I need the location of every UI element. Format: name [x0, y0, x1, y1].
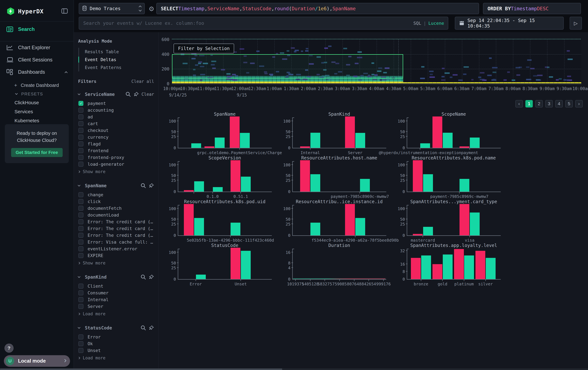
filter-group-header[interactable]: StatusCode [78, 325, 154, 330]
sql-mode-button[interactable]: SQL [413, 21, 421, 26]
checkbox[interactable] [78, 341, 84, 346]
checkbox[interactable] [78, 219, 84, 224]
next-page-button[interactable]: › [575, 100, 583, 108]
create-dashboard-button[interactable]: + Create Dashboard [0, 81, 74, 90]
gear-icon[interactable]: ⚙ [149, 5, 154, 12]
sidebar-item-chart-explorer[interactable]: Chart Explorer [0, 41, 74, 54]
filter-checkbox-item[interactable]: cart [78, 120, 154, 127]
filter-checkbox-item[interactable]: Consumer [78, 290, 154, 296]
checkbox[interactable] [78, 192, 84, 197]
chart-plot[interactable]: 02550100payment-7985c8969c-mwmw7 [292, 161, 386, 192]
checkbox[interactable] [78, 233, 84, 238]
checkbox[interactable] [78, 162, 84, 167]
select-query-input[interactable]: SELECT Timestamp, ServiceName, StatusCod… [156, 3, 479, 14]
heatmap-plot[interactable]: Filter by Selection 6004002000 10:00pm10… [172, 40, 581, 84]
filter-group-header[interactable]: ServiceName Clear [78, 91, 154, 97]
search-icon[interactable] [141, 274, 146, 280]
checkbox[interactable] [78, 206, 84, 211]
filter-checkbox-item[interactable]: currency [78, 134, 154, 140]
selection-rectangle[interactable] [172, 54, 403, 79]
preset-services[interactable]: Services [0, 107, 74, 116]
page-button-4[interactable]: 4 [555, 100, 563, 108]
source-select[interactable]: Demo Traces [79, 3, 145, 14]
filter-checkbox-item[interactable]: Client [78, 283, 154, 290]
filter-checkbox-item[interactable]: load-generator [78, 161, 154, 168]
sidebar-collapse-icon[interactable] [61, 8, 68, 14]
checkbox[interactable] [78, 226, 84, 231]
chart-plot[interactable]: 02550100grpc.oteldemo.PaymentService/Cha… [178, 117, 272, 148]
page-button-1[interactable]: 1 [525, 100, 533, 108]
filter-checkbox-item[interactable]: frontend-proxy [78, 154, 154, 161]
filter-checkbox-item[interactable]: documentLoad [78, 211, 154, 218]
checkbox[interactable] [78, 108, 84, 113]
mode-event-deltas[interactable]: Event Deltas [79, 56, 154, 64]
checkbox[interactable] [78, 121, 84, 126]
filter-checkbox-item[interactable]: change [78, 191, 154, 198]
chart-plot[interactable]: 02550100mastercardvisa [407, 205, 501, 236]
pin-icon[interactable] [149, 183, 154, 188]
filter-checkbox-item[interactable]: Internal [78, 296, 154, 303]
clear-group-button[interactable]: Clear [142, 92, 154, 97]
lucene-mode-button[interactable]: Lucene [428, 21, 444, 26]
show-more-button[interactable]: Load more [78, 310, 154, 317]
filter-checkbox-item[interactable]: Error: The credit card (… [78, 232, 154, 239]
page-button-5[interactable]: 5 [565, 100, 573, 108]
chart-plot[interactable]: 025501005e02b5fb-13ae-4296-bbbc-111f423c… [178, 205, 272, 236]
filter-by-selection-button[interactable]: Filter by Selection [174, 44, 234, 53]
prev-page-button[interactable]: ‹ [515, 100, 523, 108]
filter-checkbox-item[interactable]: Error: The credit card (… [78, 225, 154, 232]
chart-plot[interactable]: 081632bronzegoldplatinumsilver [407, 249, 501, 280]
time-range-picker[interactable]: Sep 14 22:04:35 - Sep 15 10:04:35 [455, 17, 564, 30]
filter-checkbox-item[interactable]: frontend [78, 147, 154, 154]
filter-checkbox-item[interactable]: ✓ payment [78, 100, 154, 107]
help-button[interactable]: ? [4, 344, 13, 353]
filter-checkbox-item[interactable]: Error: Visa cache full: … [78, 239, 154, 245]
chart-plot[interactable]: 02550100@hyperdx/instrumentation-excepti… [407, 117, 501, 148]
checkbox[interactable] [78, 284, 84, 289]
checkbox[interactable] [78, 135, 84, 140]
presets-toggle[interactable]: PRESETS [0, 90, 74, 98]
pin-icon[interactable] [149, 274, 154, 280]
filter-checkbox-item[interactable]: Ok [78, 340, 154, 347]
checkbox[interactable]: ✓ [78, 101, 84, 106]
mode-results-table[interactable]: Results Table [79, 48, 154, 56]
chart-plot[interactable]: 02550100ErrorUnset [178, 249, 272, 280]
checkbox[interactable] [78, 199, 84, 204]
checkbox[interactable] [78, 128, 84, 133]
filter-checkbox-item[interactable]: Error [78, 333, 154, 340]
checkbox[interactable] [78, 246, 84, 251]
chart-plot[interactable]: 02550100f5344ec9-a1ea-4290-a62a-78f5bee8… [292, 205, 386, 236]
pin-icon[interactable] [149, 325, 154, 330]
checkbox[interactable] [78, 148, 84, 153]
filter-checkbox-item[interactable]: ad [78, 113, 154, 120]
filter-checkbox-item[interactable]: click [78, 198, 154, 205]
preset-clickhouse[interactable]: ClickHouse [0, 98, 74, 107]
chart-plot[interactable]: 02550100InternalServer [292, 117, 386, 148]
checkbox[interactable] [78, 253, 84, 258]
horizontal-scrollbar[interactable] [0, 368, 588, 370]
filter-checkbox-item[interactable]: Error: The credit card (… [78, 218, 154, 225]
filter-checkbox-item[interactable]: Unset [78, 347, 154, 354]
filter-checkbox-item[interactable]: checkout [78, 127, 154, 134]
checkbox[interactable] [78, 141, 84, 146]
checkbox[interactable] [78, 212, 84, 218]
search-icon[interactable] [126, 91, 131, 97]
show-more-button[interactable]: Load more [78, 354, 154, 361]
page-button-3[interactable]: 3 [545, 100, 553, 108]
order-by-input[interactable]: ORDER BY Timestamp DESC [483, 3, 581, 14]
page-button-2[interactable]: 2 [535, 100, 543, 108]
checkbox[interactable] [78, 240, 84, 245]
sidebar-item-search[interactable]: Search [0, 23, 74, 35]
checkbox[interactable] [78, 304, 84, 309]
chart-plot[interactable]: 02550100payment-7985c8969c-mwmw7 [407, 161, 501, 192]
chart-plot[interactable]: 025501000.1.00.51.1 [178, 161, 272, 192]
filter-checkbox-item[interactable]: eventListener.error [78, 245, 154, 252]
filter-group-header[interactable]: SpanName [78, 183, 154, 188]
checkbox[interactable] [78, 297, 84, 302]
filter-checkbox-item[interactable]: flagd [78, 140, 154, 147]
filter-group-header[interactable]: SpanKind [78, 274, 154, 280]
filter-checkbox-item[interactable]: Server [78, 303, 154, 310]
filter-checkbox-item[interactable]: accounting [78, 107, 154, 113]
scrollbar-thumb[interactable] [0, 369, 282, 370]
checkbox[interactable] [78, 155, 84, 160]
